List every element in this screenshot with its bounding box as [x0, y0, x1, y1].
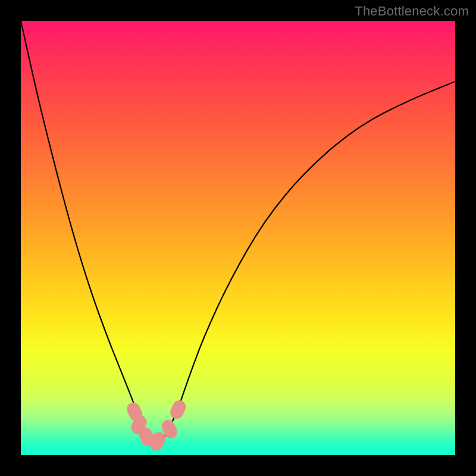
dip-marker-6: [168, 398, 188, 421]
marker-lozenge-icon: [168, 398, 188, 421]
bottleneck-curve: [21, 21, 455, 442]
chart-svg: [21, 21, 455, 455]
chart-frame: TheBottleneck.com: [0, 0, 476, 476]
chart-plot-area: [21, 21, 455, 455]
watermark-text: TheBottleneck.com: [355, 4, 469, 19]
